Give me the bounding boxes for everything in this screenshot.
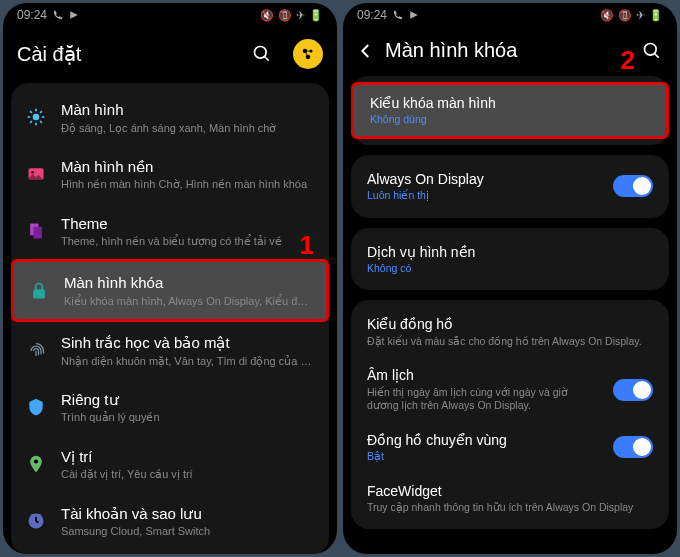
svg-line-14 (30, 122, 32, 124)
row-subtitle: Không có (367, 262, 653, 276)
lockscreen-list: Kiểu khóa màn hình Không dùng Always On … (343, 76, 677, 554)
statusbar-time: 09:24 (17, 8, 47, 22)
brightness-icon (25, 106, 47, 128)
page-title: Màn hình khóa (385, 39, 631, 62)
row-subtitle: Truy cập nhanh thông tin hữu ích trên Al… (367, 501, 653, 515)
settings-row-wallpaper[interactable]: Màn hình nền Hình nền màn hình Chờ, Hình… (11, 146, 329, 203)
annotation-2: 2 (621, 45, 635, 76)
annotation-1: 1 (300, 230, 314, 261)
lockscreen-header: Màn hình khóa 2 (343, 27, 677, 76)
row-subtitle: Trình quản lý quyền (61, 410, 315, 424)
phone-panel-2: 09:24 🔇 📵 ✈ 🔋 Màn hình khóa 2 Kiểu khóa … (343, 3, 677, 554)
search-icon (642, 41, 662, 61)
airplane-icon: ✈ (296, 9, 305, 22)
toggle-switch[interactable] (613, 436, 653, 458)
lockscreen-row[interactable]: Âm lịch Hiển thị ngày âm lịch cùng với n… (351, 357, 669, 421)
row-title: Màn hình khóa (64, 273, 312, 293)
search-icon (252, 44, 272, 64)
svg-line-12 (30, 112, 32, 114)
row-title: Đồng hồ chuyển vùng (367, 431, 599, 449)
theme-icon (25, 220, 47, 242)
wallpaper-icon (25, 163, 47, 185)
lockscreen-row[interactable]: Dịch vụ hình nền Không có (351, 234, 669, 285)
no-signal-icon: 📵 (618, 9, 632, 22)
svg-point-20 (34, 460, 38, 464)
lockscreen-row[interactable]: Always On Display Luôn hiển thị (351, 161, 669, 212)
play-icon (409, 10, 419, 20)
row-subtitle: Hình nền màn hình Chờ, Hình nền màn hình… (61, 177, 315, 191)
privacy-icon (25, 396, 47, 418)
back-button[interactable] (357, 42, 375, 60)
row-subtitle: Theme, hình nền và biểu tượng có thể tải… (61, 234, 315, 248)
svg-point-7 (33, 114, 40, 121)
statusbar: 09:24 🔇 📵 ✈ 🔋 (343, 3, 677, 27)
mute-icon: 🔇 (260, 9, 274, 22)
lockscreen-row[interactable]: Đồng hồ chuyển vùng Bật (351, 422, 669, 473)
search-button[interactable] (641, 40, 663, 62)
battery-icon: 🔋 (309, 9, 323, 22)
row-title: Kiểu đồng hồ (367, 315, 653, 333)
row-subtitle: Cài đặt vị trí, Yêu cầu vị trí (61, 467, 315, 481)
row-subtitle: Samsung Cloud, Smart Switch (61, 524, 315, 538)
play-icon (69, 10, 79, 20)
phone-panel-1: 09:24 🔇 📵 ✈ 🔋 Cài đặt Màn hình Độ sáng, … (3, 3, 337, 554)
row-title: Màn hình (61, 100, 315, 120)
row-title: Màn hình nền (61, 157, 315, 177)
row-title: Always On Display (367, 170, 599, 188)
statusbar-time: 09:24 (357, 8, 387, 22)
row-title: Riêng tư (61, 390, 315, 410)
row-title: FaceWidget (367, 482, 653, 500)
row-title: Tài khoản và sao lưu (61, 504, 315, 524)
settings-row-lock[interactable]: Màn hình khóa Kiểu khóa màn hình, Always… (11, 259, 329, 322)
svg-line-1 (265, 57, 269, 61)
battery-icon: 🔋 (649, 9, 663, 22)
avatar-icon (299, 45, 317, 63)
no-signal-icon: 📵 (278, 9, 292, 22)
svg-point-17 (31, 171, 34, 174)
row-title: Vị trí (61, 447, 315, 467)
svg-line-23 (655, 53, 659, 57)
lock-icon (28, 280, 50, 302)
row-subtitle: Luôn hiển thị (367, 189, 599, 203)
lockscreen-row[interactable]: Kiểu khóa màn hình Không dùng (351, 82, 669, 139)
statusbar: 09:24 🔇 📵 ✈ 🔋 (3, 3, 337, 27)
row-subtitle: Hiển thị ngày âm lịch cùng với ngày và g… (367, 386, 599, 413)
svg-point-22 (645, 43, 657, 55)
row-subtitle: Độ sáng, Lọc ánh sáng xanh, Màn hình chờ (61, 121, 315, 135)
settings-row-theme[interactable]: Theme Theme, hình nền và biểu tượng có t… (11, 203, 329, 260)
svg-line-15 (40, 112, 42, 114)
location-icon (25, 453, 47, 475)
airplane-icon: ✈ (636, 9, 645, 22)
search-button[interactable] (251, 43, 273, 65)
settings-row-backup[interactable]: Tài khoản và sao lưu Samsung Cloud, Smar… (11, 493, 329, 550)
row-subtitle: Đặt kiểu và màu sắc cho đồng hồ trên Alw… (367, 335, 653, 349)
row-title: Kiểu khóa màn hình (370, 94, 650, 112)
settings-row-location[interactable]: Vị trí Cài đặt vị trí, Yêu cầu vị trí (11, 436, 329, 493)
svg-point-0 (255, 47, 267, 59)
lockscreen-row[interactable]: Kiểu đồng hồ Đặt kiểu và màu sắc cho đồn… (351, 306, 669, 357)
row-title: Dịch vụ hình nền (367, 243, 653, 261)
settings-row-privacy[interactable]: Riêng tư Trình quản lý quyền (11, 379, 329, 436)
svg-line-13 (40, 122, 42, 124)
settings-list: Màn hình Độ sáng, Lọc ánh sáng xanh, Màn… (3, 83, 337, 554)
call-icon (53, 10, 63, 20)
toggle-switch[interactable] (613, 175, 653, 197)
row-subtitle: Không dùng (370, 113, 650, 127)
row-title: Âm lịch (367, 366, 599, 384)
page-title: Cài đặt (17, 42, 241, 66)
lockscreen-row[interactable]: FaceWidget Truy cập nhanh thông tin hữu … (351, 473, 669, 524)
svg-rect-19 (33, 289, 45, 298)
row-title: Theme (61, 214, 315, 234)
row-title: Sinh trắc học và bảo mật (61, 333, 315, 353)
backup-icon (25, 510, 47, 532)
fingerprint-icon (25, 340, 47, 362)
svg-rect-18 (34, 227, 42, 239)
settings-header: Cài đặt (3, 27, 337, 83)
row-subtitle: Kiểu khóa màn hình, Always On Display, K… (64, 294, 312, 308)
toggle-switch[interactable] (613, 379, 653, 401)
profile-avatar[interactable] (293, 39, 323, 69)
mute-icon: 🔇 (600, 9, 614, 22)
settings-row-fingerprint[interactable]: Sinh trắc học và bảo mật Nhận diện khuôn… (11, 322, 329, 379)
settings-row-brightness[interactable]: Màn hình Độ sáng, Lọc ánh sáng xanh, Màn… (11, 89, 329, 146)
call-icon (393, 10, 403, 20)
